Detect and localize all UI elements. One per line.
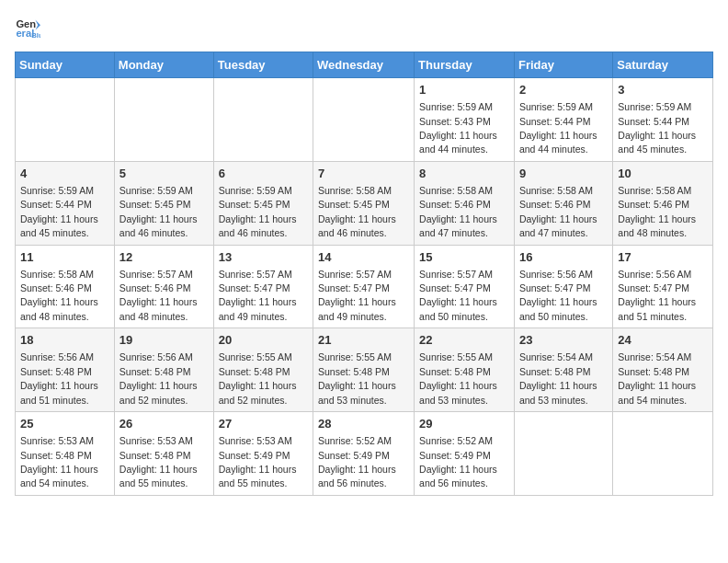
day-number: 24: [618, 332, 708, 349]
day-number: 11: [20, 249, 109, 266]
calendar-cell: [114, 78, 213, 162]
col-header-saturday: Saturday: [613, 52, 713, 78]
calendar-cell: 3Sunrise: 5:59 AMSunset: 5:44 PMDaylight…: [613, 78, 713, 162]
day-info: Sunrise: 5:57 AMSunset: 5:47 PMDaylight:…: [219, 269, 297, 322]
calendar-cell: [514, 412, 612, 496]
day-info: Sunrise: 5:55 AMSunset: 5:48 PMDaylight:…: [219, 351, 297, 405]
calendar-table: SundayMondayTuesdayWednesdayThursdayFrid…: [15, 52, 713, 496]
day-info: Sunrise: 5:57 AMSunset: 5:47 PMDaylight:…: [318, 269, 396, 322]
col-header-monday: Monday: [114, 52, 213, 78]
calendar-cell: [213, 78, 313, 162]
col-header-wednesday: Wednesday: [313, 52, 415, 78]
col-header-friday: Friday: [514, 52, 612, 78]
day-info: Sunrise: 5:58 AMSunset: 5:46 PMDaylight:…: [618, 185, 696, 238]
calendar-cell: [613, 412, 713, 496]
calendar-cell: 4Sunrise: 5:59 AMSunset: 5:44 PMDaylight…: [16, 161, 115, 245]
day-number: 17: [618, 249, 708, 266]
day-number: 3: [618, 82, 708, 98]
day-number: 26: [119, 416, 209, 432]
calendar-cell: 29Sunrise: 5:52 AMSunset: 5:49 PMDayligh…: [415, 412, 515, 496]
day-info: Sunrise: 5:55 AMSunset: 5:48 PMDaylight:…: [419, 351, 497, 405]
day-number: 13: [219, 249, 308, 266]
col-header-tuesday: Tuesday: [213, 52, 313, 78]
calendar-cell: 9Sunrise: 5:58 AMSunset: 5:46 PMDaylight…: [514, 161, 612, 245]
day-number: 5: [119, 166, 209, 182]
calendar-cell: 22Sunrise: 5:55 AMSunset: 5:48 PMDayligh…: [415, 328, 515, 412]
calendar-cell: 26Sunrise: 5:53 AMSunset: 5:48 PMDayligh…: [114, 412, 213, 496]
day-info: Sunrise: 5:56 AMSunset: 5:47 PMDaylight:…: [519, 269, 597, 322]
col-header-thursday: Thursday: [415, 52, 515, 78]
day-number: 15: [419, 249, 509, 266]
day-number: 14: [318, 249, 409, 266]
day-info: Sunrise: 5:56 AMSunset: 5:48 PMDaylight:…: [119, 351, 198, 405]
calendar-cell: 25Sunrise: 5:53 AMSunset: 5:48 PMDayligh…: [16, 412, 115, 496]
day-number: 1: [419, 82, 509, 98]
day-number: 28: [318, 416, 409, 432]
week-row-4: 18Sunrise: 5:56 AMSunset: 5:48 PMDayligh…: [16, 328, 713, 412]
day-info: Sunrise: 5:57 AMSunset: 5:47 PMDaylight:…: [419, 269, 497, 322]
week-row-1: 1Sunrise: 5:59 AMSunset: 5:43 PMDaylight…: [16, 78, 713, 162]
calendar-cell: 27Sunrise: 5:53 AMSunset: 5:49 PMDayligh…: [213, 412, 313, 496]
day-info: Sunrise: 5:58 AMSunset: 5:46 PMDaylight:…: [419, 185, 497, 238]
calendar-cell: 19Sunrise: 5:56 AMSunset: 5:48 PMDayligh…: [114, 328, 213, 412]
day-number: 19: [119, 332, 209, 349]
day-number: 21: [318, 332, 409, 349]
day-number: 29: [419, 416, 509, 432]
calendar-cell: 12Sunrise: 5:57 AMSunset: 5:46 PMDayligh…: [114, 245, 213, 328]
day-info: Sunrise: 5:59 AMSunset: 5:44 PMDaylight:…: [519, 101, 597, 155]
day-info: Sunrise: 5:52 AMSunset: 5:49 PMDaylight:…: [318, 435, 396, 488]
calendar-cell: 2Sunrise: 5:59 AMSunset: 5:44 PMDaylight…: [514, 78, 612, 162]
calendar-cell: 28Sunrise: 5:52 AMSunset: 5:49 PMDayligh…: [313, 412, 415, 496]
day-info: Sunrise: 5:59 AMSunset: 5:44 PMDaylight:…: [618, 101, 696, 155]
day-info: Sunrise: 5:59 AMSunset: 5:44 PMDaylight:…: [20, 185, 98, 238]
calendar-cell: 21Sunrise: 5:55 AMSunset: 5:48 PMDayligh…: [313, 328, 415, 412]
logo-icon: Gen eral Blue: [15, 15, 40, 40]
week-row-3: 11Sunrise: 5:58 AMSunset: 5:46 PMDayligh…: [16, 245, 713, 328]
calendar-cell: 24Sunrise: 5:54 AMSunset: 5:48 PMDayligh…: [613, 328, 713, 412]
day-info: Sunrise: 5:58 AMSunset: 5:46 PMDaylight:…: [519, 185, 597, 238]
calendar-cell: 15Sunrise: 5:57 AMSunset: 5:47 PMDayligh…: [415, 245, 515, 328]
calendar-cell: 14Sunrise: 5:57 AMSunset: 5:47 PMDayligh…: [313, 245, 415, 328]
day-info: Sunrise: 5:57 AMSunset: 5:46 PMDaylight:…: [119, 269, 198, 322]
day-info: Sunrise: 5:58 AMSunset: 5:46 PMDaylight:…: [20, 269, 98, 322]
calendar-cell: 1Sunrise: 5:59 AMSunset: 5:43 PMDaylight…: [415, 78, 515, 162]
day-number: 22: [419, 332, 509, 349]
day-number: 20: [219, 332, 308, 349]
day-info: Sunrise: 5:59 AMSunset: 5:45 PMDaylight:…: [119, 185, 198, 238]
logo: Gen eral Blue: [15, 15, 44, 40]
calendar-cell: 16Sunrise: 5:56 AMSunset: 5:47 PMDayligh…: [514, 245, 612, 328]
calendar-cell: 18Sunrise: 5:56 AMSunset: 5:48 PMDayligh…: [16, 328, 115, 412]
day-info: Sunrise: 5:53 AMSunset: 5:48 PMDaylight:…: [119, 435, 198, 488]
day-info: Sunrise: 5:55 AMSunset: 5:48 PMDaylight:…: [318, 351, 396, 405]
calendar-cell: 23Sunrise: 5:54 AMSunset: 5:48 PMDayligh…: [514, 328, 612, 412]
day-number: 27: [219, 416, 308, 432]
day-info: Sunrise: 5:56 AMSunset: 5:48 PMDaylight:…: [20, 351, 98, 405]
day-number: 10: [618, 166, 708, 182]
col-header-sunday: Sunday: [16, 52, 115, 78]
day-number: 18: [20, 332, 109, 349]
day-info: Sunrise: 5:59 AMSunset: 5:43 PMDaylight:…: [419, 101, 497, 155]
week-row-2: 4Sunrise: 5:59 AMSunset: 5:44 PMDaylight…: [16, 161, 713, 245]
calendar-cell: 10Sunrise: 5:58 AMSunset: 5:46 PMDayligh…: [613, 161, 713, 245]
day-info: Sunrise: 5:59 AMSunset: 5:45 PMDaylight:…: [219, 185, 297, 238]
calendar-cell: [313, 78, 415, 162]
day-info: Sunrise: 5:54 AMSunset: 5:48 PMDaylight:…: [519, 351, 597, 405]
day-number: 12: [119, 249, 209, 266]
day-info: Sunrise: 5:52 AMSunset: 5:49 PMDaylight:…: [419, 435, 497, 488]
calendar-cell: 17Sunrise: 5:56 AMSunset: 5:47 PMDayligh…: [613, 245, 713, 328]
calendar-cell: 6Sunrise: 5:59 AMSunset: 5:45 PMDaylight…: [213, 161, 313, 245]
calendar-cell: 11Sunrise: 5:58 AMSunset: 5:46 PMDayligh…: [16, 245, 115, 328]
day-info: Sunrise: 5:54 AMSunset: 5:48 PMDaylight:…: [618, 351, 696, 405]
calendar-cell: 20Sunrise: 5:55 AMSunset: 5:48 PMDayligh…: [213, 328, 313, 412]
day-info: Sunrise: 5:58 AMSunset: 5:45 PMDaylight:…: [318, 185, 396, 238]
svg-marker-2: [35, 20, 40, 30]
calendar-cell: 13Sunrise: 5:57 AMSunset: 5:47 PMDayligh…: [213, 245, 313, 328]
day-number: 2: [519, 82, 608, 98]
svg-text:Blue: Blue: [31, 31, 40, 40]
page-header: Gen eral Blue: [15, 15, 713, 40]
calendar-cell: 5Sunrise: 5:59 AMSunset: 5:45 PMDaylight…: [114, 161, 213, 245]
day-info: Sunrise: 5:53 AMSunset: 5:48 PMDaylight:…: [20, 435, 98, 488]
day-number: 16: [519, 249, 608, 266]
week-row-5: 25Sunrise: 5:53 AMSunset: 5:48 PMDayligh…: [16, 412, 713, 496]
day-number: 7: [318, 166, 409, 182]
